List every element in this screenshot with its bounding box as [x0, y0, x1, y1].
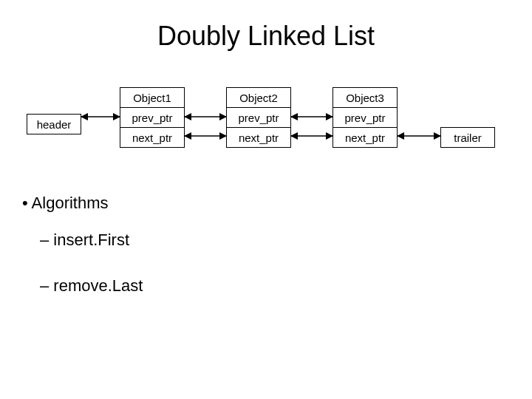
header-label: header: [37, 119, 72, 130]
node-3-data: Object3: [333, 88, 397, 108]
node-1-next: next_ptr: [120, 128, 184, 147]
bullet-main: • Algorithms: [22, 194, 143, 213]
node-3: Object3 prev_ptr next_ptr: [332, 87, 398, 148]
node-2-next: next_ptr: [227, 128, 290, 147]
node-2: Object2 prev_ptr next_ptr: [226, 87, 291, 148]
diagram-title: Doubly Linked List: [0, 21, 532, 52]
trailer-box: trailer: [440, 127, 495, 148]
node-2-prev: prev_ptr: [227, 108, 290, 128]
node-1-prev: prev_ptr: [120, 108, 184, 128]
bullet-sub-2: – remove.Last: [40, 276, 143, 296]
node-1-data: Object1: [120, 88, 184, 108]
bullet-list: • Algorithms – insert.First – remove.Las…: [22, 194, 143, 322]
node-3-next: next_ptr: [333, 128, 397, 147]
trailer-label: trailer: [454, 132, 482, 143]
node-3-prev: prev_ptr: [333, 108, 397, 128]
header-box: header: [27, 114, 81, 134]
node-2-data: Object2: [227, 88, 290, 108]
bullet-sub-1: – insert.First: [40, 231, 143, 250]
node-1: Object1 prev_ptr next_ptr: [120, 87, 185, 148]
